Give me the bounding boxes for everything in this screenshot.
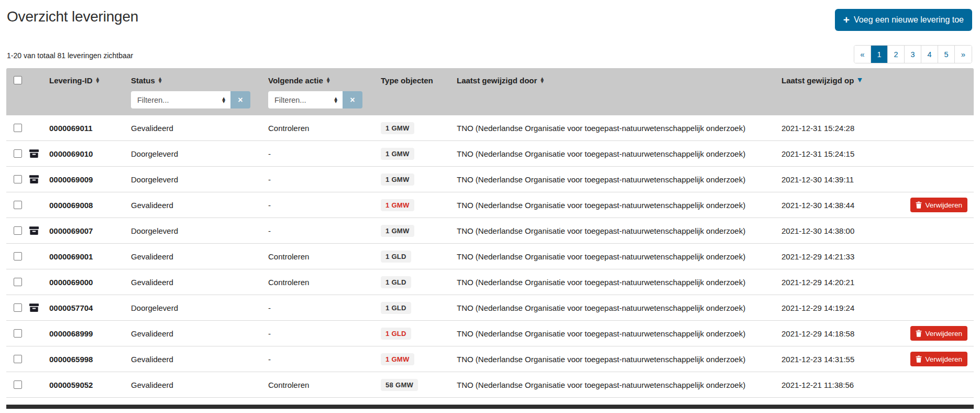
laatst-gewijzigd-op: 2021-12-29 14:21:33 [781,252,880,261]
levering-id: 0000065998 [49,355,131,364]
volgende-actie: Controleren [268,124,381,133]
pagination-page-3[interactable]: 3 [905,46,921,63]
row-checkbox[interactable] [14,175,22,183]
laatst-gewijzigd-door: TNO (Nederlandse Organisatie voor toegep… [457,329,781,338]
row-checkbox[interactable] [14,381,22,389]
row-checkbox[interactable] [14,278,22,286]
verwijderen-button[interactable]: Verwijderen [910,198,967,212]
type-objecten-badge: 1 GMW [381,122,414,134]
sort-desc-icon: ▼ [857,78,862,83]
row-checkbox[interactable] [14,252,22,260]
laatst-gewijzigd-op: 2021-12-30 14:38:00 [781,226,880,235]
archive-icon [29,303,39,312]
sort-icon: ▲▼ [541,77,544,83]
laatst-gewijzigd-op: 2021-12-29 14:18:58 [781,329,880,338]
column-header-levering-id[interactable]: Levering-ID ▲▼ [49,76,131,85]
pagination-page-5[interactable]: 5 [938,46,955,63]
laatst-gewijzigd-op: 2021-12-23 14:31:55 [781,355,880,364]
table-bottom-divider [6,405,974,409]
levering-id: 0000069001 [49,252,131,261]
levering-id: 0000057704 [49,303,131,312]
verwijderen-label: Verwijderen [925,201,962,209]
status: Gevalideerd [131,201,268,210]
status: Doorgeleverd [131,226,268,235]
trash-icon [916,330,922,337]
status: Gevalideerd [131,124,268,133]
status-filter-select[interactable]: Filteren... ▲▼ [131,91,230,108]
type-objecten-badge: 1 GLD [381,328,411,340]
pagination-page-4[interactable]: 4 [921,46,938,63]
laatst-gewijzigd-door: TNO (Nederlandse Organisatie voor toegep… [457,226,781,235]
status: Doorgeleverd [131,149,268,158]
status: Gevalideerd [131,252,268,261]
volgende-actie: - [268,149,381,158]
volgende-actie: - [268,201,381,210]
select-arrows-icon: ▲▼ [334,97,337,103]
type-objecten-badge: 1 GLD [381,276,411,288]
trash-icon [916,355,922,363]
archive-icon [29,226,39,235]
volgende-actie-filter-clear-button[interactable]: × [343,91,362,108]
levering-id: 0000069010 [49,149,131,158]
plus-icon: + [843,14,850,25]
select-all-checkbox[interactable] [14,76,22,84]
table-row: 0000069011 Gevalideerd Controleren 1 GMW… [6,115,974,141]
row-checkbox[interactable] [14,303,22,312]
laatst-gewijzigd-door: TNO (Nederlandse Organisatie voor toegep… [457,124,781,133]
laatst-gewijzigd-door: TNO (Nederlandse Organisatie voor toegep… [457,303,781,312]
pagination-page-2[interactable]: 2 [888,46,905,63]
verwijderen-label: Verwijderen [925,330,962,338]
leveringen-table: Levering-ID ▲▼ Status ▲▼ Volgende actie … [6,68,974,398]
status: Doorgeleverd [131,303,268,312]
table-row: 0000069001 Gevalideerd Controleren 1 GLD… [6,244,974,269]
table-row: 0000069000 Gevalideerd Controleren 1 GLD… [6,269,974,295]
type-objecten-badge: 1 GMW [381,148,414,160]
row-checkbox[interactable] [14,226,22,235]
laatst-gewijzigd-door: TNO (Nederlandse Organisatie voor toegep… [457,355,781,364]
column-header-laatst-gewijzigd-door[interactable]: Laatst gewijzigd door ▲▼ [457,76,781,85]
table-row: 0000068999 Gevalideerd - 1 GLD TNO (Nede… [6,321,974,346]
type-objecten-badge: 1 GMW [381,225,414,237]
table-row: 0000065998 Gevalideerd - 1 GMW TNO (Nede… [6,346,974,372]
levering-id: 0000059052 [49,381,131,389]
row-checkbox[interactable] [14,149,22,158]
type-objecten-badge: 1 GMW [381,353,414,365]
table-row: 0000059052 Gevalideerd Controleren 58 GM… [6,372,974,398]
levering-id: 0000069011 [49,124,131,133]
laatst-gewijzigd-op: 2021-12-30 14:38:44 [781,201,880,210]
row-checkbox[interactable] [14,355,22,363]
select-arrows-icon: ▲▼ [222,97,225,103]
table-header: Levering-ID ▲▼ Status ▲▼ Volgende actie … [6,68,974,115]
status: Gevalideerd [131,381,268,389]
add-levering-button-label: Voeg een nieuwe levering toe [854,15,964,25]
column-header-volgende-actie[interactable]: Volgende actie ▲▼ [268,76,381,85]
column-header-status[interactable]: Status ▲▼ [131,76,268,85]
laatst-gewijzigd-door: TNO (Nederlandse Organisatie voor toegep… [457,175,781,184]
laatst-gewijzigd-door: TNO (Nederlandse Organisatie voor toegep… [457,201,781,210]
overzicht-leveringen-page: Overzicht leveringen + Voeg een nieuwe l… [0,0,980,413]
volgende-actie: - [268,226,381,235]
row-checkbox[interactable] [14,329,22,338]
row-checkbox[interactable] [14,201,22,209]
results-summary: 1-20 van totaal 81 leveringen zichtbaar [7,51,133,60]
filter-row: Filteren... ▲▼ × Filteren... ▲▼ × [6,90,974,115]
volgende-actie: - [268,303,381,312]
type-objecten-badge: 1 GLD [381,302,411,314]
volgende-actie-filter-select[interactable]: Filteren... ▲▼ [268,91,343,108]
verwijderen-button[interactable]: Verwijderen [910,352,967,366]
type-objecten-badge: 1 GLD [381,251,411,263]
status: Gevalideerd [131,329,268,338]
trash-icon [916,201,922,209]
type-objecten-badge: 1 GMW [381,199,414,211]
add-levering-button[interactable]: + Voeg een nieuwe levering toe [835,9,972,31]
pagination-prev-button[interactable]: « [854,46,871,63]
row-checkbox[interactable] [14,124,22,132]
table-row: 0000069009 Doorgeleverd - 1 GMW TNO (Ned… [6,167,974,192]
levering-id: 0000069000 [49,278,131,287]
archive-icon [29,149,39,158]
column-header-laatst-gewijzigd-op[interactable]: Laatst gewijzigd op ▼ [781,76,880,85]
pagination-next-button[interactable]: » [955,46,972,63]
status-filter-clear-button[interactable]: × [230,91,250,108]
verwijderen-button[interactable]: Verwijderen [910,326,967,341]
pagination-page-1[interactable]: 1 [871,46,888,63]
